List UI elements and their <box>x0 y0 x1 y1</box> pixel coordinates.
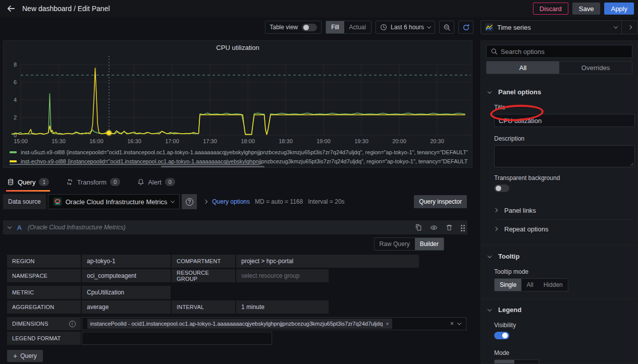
zoom-out-button[interactable] <box>439 21 454 34</box>
visualization-name: Time series <box>497 24 531 31</box>
legend-scrollbar-thumb[interactable] <box>161 166 264 168</box>
oci-logo-icon <box>54 198 62 206</box>
tab-query-label: Query <box>18 178 35 186</box>
legend-visibility-toggle[interactable] <box>494 332 509 339</box>
table-view-toggle[interactable] <box>302 24 317 31</box>
remove-dimension-icon[interactable]: × <box>386 321 389 327</box>
clear-dimensions-icon[interactable]: × <box>450 320 454 327</box>
time-range-label: Last 6 hours <box>391 24 424 31</box>
duplicate-query-icon[interactable] <box>415 224 422 231</box>
compartment-select[interactable]: project > hpc-portal <box>236 255 419 268</box>
datasource-picker[interactable]: Oracle Cloud Infrastructure Metrics <box>48 194 180 209</box>
legend-item[interactable]: inst-u5uzt-x9-ol88 {instancepoolid="ocid… <box>10 148 468 157</box>
svg-text:8: 8 <box>14 62 17 68</box>
chevron-down-icon <box>171 199 175 203</box>
panel-links-row[interactable]: Panel links <box>486 201 632 219</box>
fill-option[interactable]: Fill <box>326 21 344 33</box>
aggregation-label: AGGREGATION <box>7 300 81 314</box>
legend-section-title: Legend <box>498 306 521 314</box>
options-search-input[interactable] <box>501 48 628 55</box>
panel-options-section-header[interactable]: Panel options <box>486 88 632 96</box>
resource-group-select[interactable]: select resource group <box>236 269 329 282</box>
svg-text:16:00: 16:00 <box>89 138 103 144</box>
header-actions: Discard Save Apply <box>533 3 634 15</box>
top-bar: New dashboard / Edit Panel Discard Save … <box>0 0 638 17</box>
metric-select[interactable]: CpuUtilization <box>82 286 171 299</box>
legend-mode-list-option[interactable]: List <box>495 360 514 364</box>
tab-query[interactable]: Query 1 <box>7 174 49 190</box>
svg-text:19:30: 19:30 <box>354 138 368 144</box>
tab-overrides[interactable]: Overrides <box>559 62 632 74</box>
series-swatch-green <box>10 151 17 153</box>
options-pane: All Overrides Panel options Title Descri… <box>481 40 638 364</box>
add-query-button[interactable]: + Query <box>7 350 43 362</box>
hide-query-eye-icon[interactable] <box>430 224 438 231</box>
chart-legend: inst-u5uzt-x9-ol88 {instancepoolid="ocid… <box>10 148 468 166</box>
time-range-picker[interactable]: Last 6 hours <box>376 21 435 34</box>
zoom-out-icon <box>443 24 451 31</box>
datasource-help-button[interactable]: ? <box>182 194 197 209</box>
builder-option[interactable]: Builder <box>415 238 444 250</box>
dimensions-multiselect[interactable]: instancePoolId - ocid1.instancepool.oc1.… <box>82 317 466 330</box>
svg-text:17:30: 17:30 <box>203 138 217 144</box>
aggregation-select[interactable]: average <box>82 300 171 314</box>
tooltip-all-option[interactable]: All <box>521 279 538 291</box>
title-field-label: Title <box>494 104 632 111</box>
info-icon: i <box>69 321 76 327</box>
legend-mode-label: Mode <box>494 349 632 356</box>
tooltip-single-option[interactable]: Single <box>495 279 521 291</box>
panel-description-textarea[interactable] <box>494 145 635 167</box>
tab-transform[interactable]: Transform 0 <box>66 174 120 190</box>
visualization-picker[interactable]: Time series <box>481 20 622 34</box>
region-select[interactable]: ap-tokyo-1 <box>82 255 171 268</box>
chevron-down-icon[interactable] <box>457 321 461 325</box>
namespace-select[interactable]: oci_computeagent <box>82 269 171 282</box>
datasource-name: Oracle Cloud Infrastructure Metrics <box>66 198 168 206</box>
back-arrow-icon[interactable] <box>4 2 18 16</box>
query-row-header[interactable]: A (Oracle Cloud Infrastructure Metrics) <box>3 220 467 234</box>
grafana-edit-panel-page: New dashboard / Edit Panel Discard Save … <box>0 0 638 364</box>
legend-format-input[interactable] <box>82 332 272 345</box>
collapse-options-pane-button[interactable] <box>622 20 638 34</box>
discard-button[interactable]: Discard <box>533 3 568 15</box>
query-builder-fields: REGION ap-tokyo-1 COMPARTMENT project > … <box>7 255 467 345</box>
interval-select[interactable]: 1 minute <box>236 300 329 314</box>
svg-text:2: 2 <box>14 114 17 120</box>
plus-icon: + <box>13 352 17 360</box>
query-inspector-button[interactable]: Query inspector <box>414 195 467 208</box>
apply-button[interactable]: Apply <box>604 3 634 15</box>
delete-query-trash-icon[interactable] <box>446 224 453 231</box>
interval-info: Interval = 20s <box>308 198 344 205</box>
tooltip-section-header[interactable]: Tooltip <box>486 253 632 260</box>
time-series-chart[interactable]: 0246815:0015:3016:0016:3017:0017:3018:00… <box>4 53 472 147</box>
transform-icon <box>66 178 73 186</box>
actual-option[interactable]: Actual <box>344 21 371 33</box>
legend-section-header[interactable]: Legend <box>486 306 632 314</box>
legend-mode-table-option[interactable]: Table <box>514 360 539 364</box>
repeat-options-row[interactable]: Repeat options <box>486 220 632 238</box>
chevron-down-icon <box>488 254 492 258</box>
query-options-link[interactable]: Query options <box>212 198 250 205</box>
chevron-right-icon[interactable] <box>203 200 207 204</box>
tab-all[interactable]: All <box>487 62 559 74</box>
transparent-background-toggle[interactable] <box>494 185 509 192</box>
collapse-query-icon[interactable] <box>8 224 12 228</box>
tab-alert[interactable]: Alert 0 <box>137 174 175 190</box>
chevron-right-icon <box>494 227 498 231</box>
svg-text:16:30: 16:30 <box>127 138 141 144</box>
svg-text:18:00: 18:00 <box>241 138 255 144</box>
drag-handle-icon[interactable] <box>461 225 462 226</box>
raw-query-option[interactable]: Raw Query <box>375 238 415 250</box>
resize-grip-icon[interactable] <box>629 161 633 166</box>
panel-title-input[interactable] <box>494 114 635 127</box>
max-datapoints-info: MD = auto = 1168 <box>255 198 303 205</box>
svg-text:15:00: 15:00 <box>14 138 28 144</box>
save-button[interactable]: Save <box>572 3 601 15</box>
refresh-button[interactable] <box>458 21 473 34</box>
database-icon <box>7 178 14 186</box>
legend-visibility-label: Visibility <box>494 322 632 329</box>
query-editor-card: A (Oracle Cloud Infrastructure Metrics) … <box>3 220 467 346</box>
tooltip-hidden-option[interactable]: Hidden <box>539 279 568 291</box>
dimension-chip-text: instancePoolId - ocid1.instancepool.oc1.… <box>90 321 383 327</box>
legend-format-label: LEGEND FORMAT <box>7 332 81 345</box>
